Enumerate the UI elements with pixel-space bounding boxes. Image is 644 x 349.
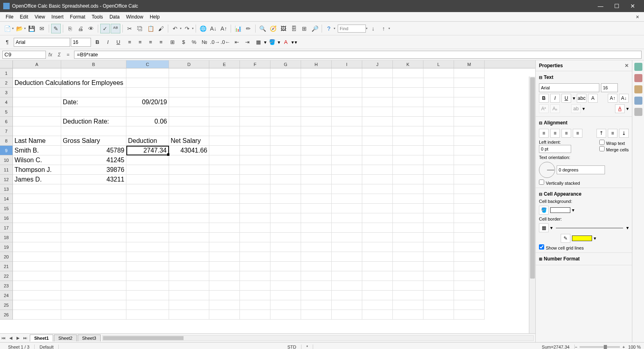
row-header-13[interactable]: 13 (0, 184, 13, 194)
cell-B9[interactable]: 45789 (61, 146, 126, 155)
cell-K19[interactable] (393, 242, 423, 252)
find-overflow[interactable]: ▾ (388, 27, 390, 30)
cell-C10[interactable] (126, 155, 169, 165)
cell-B1[interactable] (61, 68, 126, 78)
cell-D15[interactable] (169, 204, 209, 213)
cell-D6[interactable] (169, 117, 209, 126)
italic-button[interactable]: I (103, 37, 113, 47)
cell-J11[interactable] (362, 165, 393, 175)
font-name-input[interactable] (14, 38, 70, 47)
cell-A14[interactable] (13, 194, 61, 204)
help-icon[interactable]: ? (324, 24, 334, 33)
cell-M15[interactable] (454, 204, 485, 213)
navigator-icon[interactable]: 🧭 (268, 24, 278, 33)
cell-D1[interactable] (169, 68, 209, 78)
align-h-center[interactable]: ≡ (550, 129, 560, 138)
cell-L26[interactable] (423, 310, 454, 320)
cell-D23[interactable] (169, 281, 209, 291)
sidebar-close-icon[interactable]: ✕ (625, 63, 629, 68)
maximize-button[interactable]: ☐ (609, 0, 625, 12)
cell-J23[interactable] (362, 281, 393, 291)
sort-asc-icon[interactable]: A↓ (208, 24, 218, 33)
cell-K18[interactable] (393, 233, 423, 242)
sidebar-font-name[interactable] (539, 83, 599, 92)
cell-M9[interactable] (454, 146, 485, 155)
borders-icon[interactable]: ▦ (254, 37, 263, 47)
row-header-24[interactable]: 24 (0, 291, 13, 300)
cell-D8[interactable]: Net Salary (169, 136, 209, 146)
cell-H11[interactable] (301, 165, 332, 175)
cell-L2[interactable] (423, 78, 454, 88)
cell-G3[interactable] (270, 88, 301, 97)
chart-icon[interactable]: 📊 (233, 24, 243, 33)
cell-B24[interactable] (61, 291, 126, 300)
cell-I6[interactable] (332, 117, 362, 126)
cell-B16[interactable] (61, 213, 126, 223)
cell-C25[interactable] (126, 300, 169, 310)
cell-E20[interactable] (209, 252, 240, 262)
undo-icon[interactable]: ↶ (170, 24, 180, 33)
align-h-right[interactable]: ≡ (561, 129, 571, 138)
sidebar-shrink-font[interactable]: A↓ (619, 94, 629, 103)
menu-format[interactable]: Format (67, 13, 89, 21)
cell-H8[interactable] (301, 136, 332, 146)
cell-I5[interactable] (332, 107, 362, 117)
cell-A7[interactable] (13, 126, 61, 136)
sidebar-subscript[interactable]: Aₐ (550, 104, 560, 113)
align-h-justify[interactable]: ≡ (573, 129, 582, 138)
cell-I12[interactable] (332, 175, 362, 184)
left-indent-input[interactable] (539, 145, 571, 153)
col-header-G[interactable]: G (270, 60, 301, 68)
cell-B18[interactable] (61, 233, 126, 242)
menu-file[interactable]: File (2, 13, 17, 21)
tab-sheet1[interactable]: Sheet1 (30, 335, 53, 341)
cell-H9[interactable] (301, 146, 332, 155)
edit-icon[interactable]: ✎ (51, 24, 61, 33)
cell-I25[interactable] (332, 300, 362, 310)
cell-C2[interactable] (126, 78, 169, 88)
cell-J22[interactable] (362, 271, 393, 281)
sidebar-shadow[interactable]: A (588, 94, 598, 103)
col-header-F[interactable]: F (240, 60, 270, 68)
cell-A13[interactable] (13, 184, 61, 194)
cell-C26[interactable] (126, 310, 169, 320)
zoom-icon[interactable]: 🔎 (310, 24, 320, 33)
menu-window[interactable]: Window (123, 13, 147, 21)
row-header-23[interactable]: 23 (0, 281, 13, 291)
cell-E16[interactable] (209, 213, 240, 223)
col-header-I[interactable]: I (332, 60, 362, 68)
cell-H14[interactable] (301, 194, 332, 204)
cell-J24[interactable] (362, 291, 393, 300)
cell-K8[interactable] (393, 136, 423, 146)
align-justify-icon[interactable]: ≡ (156, 37, 166, 47)
sidebar-fontcolor[interactable]: A (615, 104, 625, 113)
cell-G14[interactable] (270, 194, 301, 204)
cell-M21[interactable] (454, 262, 485, 271)
cell-B25[interactable] (61, 300, 126, 310)
cell-H22[interactable] (301, 271, 332, 281)
align-center-icon[interactable]: ≡ (135, 37, 145, 47)
orientation-input[interactable] (557, 165, 605, 174)
cell-G7[interactable] (270, 126, 301, 136)
cell-E8[interactable] (209, 136, 240, 146)
col-header-H[interactable]: H (301, 60, 332, 68)
cell-H21[interactable] (301, 262, 332, 271)
cell-H13[interactable] (301, 184, 332, 194)
zoom-value[interactable]: 100 % (628, 345, 641, 349)
horizontal-scrollbar[interactable] (102, 335, 534, 341)
cell-G13[interactable] (270, 184, 301, 194)
cell-B6[interactable]: Deduction Rate: (61, 117, 126, 126)
cell-E7[interactable] (209, 126, 240, 136)
cell-G21[interactable] (270, 262, 301, 271)
cell-E10[interactable] (209, 155, 240, 165)
cell-H19[interactable] (301, 242, 332, 252)
cell-A20[interactable] (13, 252, 61, 262)
cell-G22[interactable] (270, 271, 301, 281)
cell-F18[interactable] (240, 233, 270, 242)
cell-K5[interactable] (393, 107, 423, 117)
cell-M8[interactable] (454, 136, 485, 146)
cell-K4[interactable] (393, 97, 423, 107)
cell-D17[interactable] (169, 223, 209, 233)
cell-D22[interactable] (169, 271, 209, 281)
tab-sheet3[interactable]: Sheet3 (78, 335, 101, 341)
